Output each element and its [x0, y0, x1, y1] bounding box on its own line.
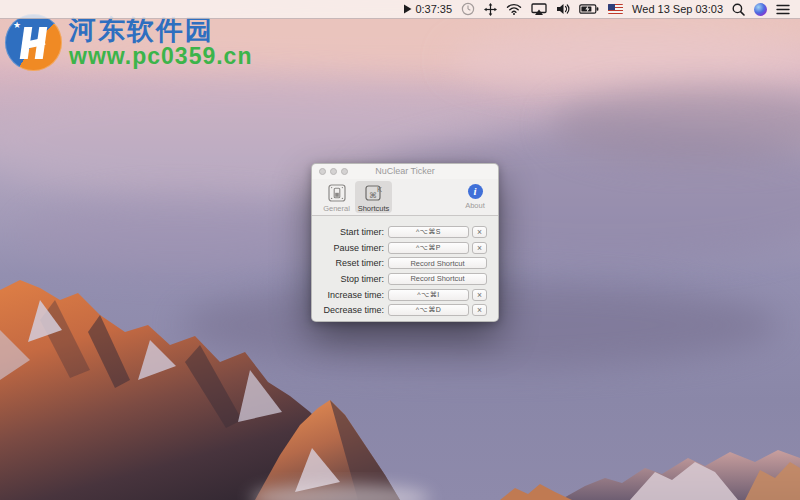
- clock-date-menu-item[interactable]: Wed 13 Sep 03:03: [632, 0, 723, 18]
- shortcut-row-start-timer: Start timer: ^⌥⌘S ×: [312, 224, 498, 240]
- decrease-time-clear-button[interactable]: ×: [472, 304, 487, 316]
- row-label: Increase time:: [312, 290, 384, 300]
- wifi-icon: [506, 3, 522, 15]
- reset-timer-record-shortcut-button[interactable]: Record Shortcut: [388, 257, 487, 269]
- battery-menu-item[interactable]: [579, 0, 599, 18]
- stop-timer-record-shortcut-button[interactable]: Record Shortcut: [388, 273, 487, 285]
- about-button[interactable]: i About: [460, 181, 490, 213]
- play-icon: [403, 4, 412, 14]
- shortcut-row-decrease-time: Decrease time: ^⌥⌘D ×: [312, 302, 498, 318]
- shortcut-row-reset-timer: Reset timer: Record Shortcut: [312, 255, 498, 271]
- general-switch-icon: [327, 183, 347, 203]
- watermark-site-name: 河东软件园: [69, 16, 252, 44]
- window-manager-menu-item[interactable]: [484, 0, 497, 18]
- siri-menu-item[interactable]: [754, 0, 767, 18]
- wifi-menu-item[interactable]: [506, 0, 522, 18]
- decrease-time-shortcut-field[interactable]: ^⌥⌘D: [388, 304, 469, 316]
- menu-bar-status-items: 0:37:35: [403, 0, 800, 18]
- battery-icon: [579, 4, 599, 14]
- search-icon: [732, 3, 745, 16]
- increase-time-clear-button[interactable]: ×: [472, 289, 487, 301]
- volume-menu-item[interactable]: [556, 0, 570, 18]
- spotlight-menu-item[interactable]: [732, 0, 745, 18]
- input-source-menu-item[interactable]: [608, 0, 623, 18]
- zoom-window-button[interactable]: [341, 168, 348, 175]
- siri-icon: [754, 3, 767, 16]
- timer-value: 0:37:35: [415, 3, 452, 15]
- shortcuts-command-key-icon: ⌘ K: [364, 183, 384, 203]
- pause-timer-shortcut-field[interactable]: ^⌥⌘P: [388, 242, 469, 254]
- svg-text:K: K: [377, 185, 382, 194]
- svg-text:⌘: ⌘: [369, 191, 377, 200]
- row-label: Reset timer:: [312, 258, 384, 268]
- shortcut-row-stop-timer: Stop timer: Record Shortcut: [312, 271, 498, 287]
- notification-center-icon: [776, 4, 790, 15]
- watermark-site-url: www.pc0359.cn: [69, 44, 252, 69]
- info-icon: i: [468, 184, 483, 199]
- notification-center-menu-item[interactable]: [776, 0, 790, 18]
- start-timer-shortcut-field[interactable]: ^⌥⌘S: [388, 226, 469, 238]
- about-button-label: About: [465, 201, 485, 210]
- row-label: Pause timer:: [312, 243, 384, 253]
- shortcuts-pane: Start timer: ^⌥⌘S × Pause timer: ^⌥⌘P × …: [312, 216, 498, 318]
- increase-time-shortcut-field[interactable]: ^⌥⌘I: [388, 289, 469, 301]
- row-label: Decrease time:: [312, 305, 384, 315]
- close-window-button[interactable]: [319, 168, 326, 175]
- site-watermark: ★ 河东软件园 www.pc0359.cn: [5, 14, 252, 71]
- row-label: Start timer:: [312, 227, 384, 237]
- window-titlebar[interactable]: NuClear Ticker: [312, 164, 498, 179]
- shortcut-row-pause-timer: Pause timer: ^⌥⌘P ×: [312, 240, 498, 256]
- tab-general-label: General: [323, 204, 350, 213]
- tab-shortcuts[interactable]: ⌘ K Shortcuts: [355, 181, 392, 213]
- nuclear-ticker-window: NuClear Ticker General ⌘ K: [311, 163, 499, 322]
- move-arrows-icon: [484, 3, 497, 16]
- tab-shortcuts-label: Shortcuts: [358, 204, 390, 213]
- clock-menu-item[interactable]: [461, 0, 475, 18]
- us-flag-icon: [608, 4, 623, 14]
- airplay-menu-item[interactable]: [531, 0, 547, 18]
- row-label: Stop timer:: [312, 274, 384, 284]
- watermark-logo-icon: ★: [5, 14, 62, 71]
- volume-icon: [556, 3, 570, 15]
- pause-timer-clear-button[interactable]: ×: [472, 242, 487, 254]
- timer-menu-item[interactable]: 0:37:35: [403, 0, 452, 18]
- clock-icon: [461, 2, 475, 16]
- airplay-display-icon: [531, 3, 547, 15]
- traffic-lights: [319, 168, 348, 175]
- menu-bar-datetime: Wed 13 Sep 03:03: [632, 3, 723, 15]
- menu-bar: 0:37:35: [0, 0, 800, 19]
- shortcut-row-increase-time: Increase time: ^⌥⌘I ×: [312, 287, 498, 303]
- preferences-toolbar: General ⌘ K Shortcuts i About: [312, 179, 498, 216]
- tab-general[interactable]: General: [318, 181, 355, 213]
- start-timer-clear-button[interactable]: ×: [472, 226, 487, 238]
- minimize-window-button[interactable]: [330, 168, 337, 175]
